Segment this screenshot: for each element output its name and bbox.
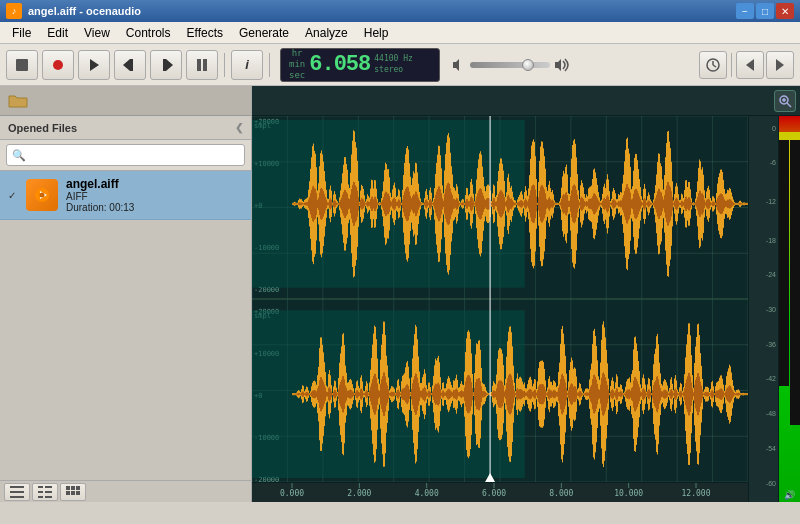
menu-file[interactable]: File bbox=[4, 24, 39, 42]
db-scale: 0 -6 -12 -18 -24 -30 -36 -42 -48 -54 -60 bbox=[748, 116, 778, 502]
svg-point-1 bbox=[53, 60, 63, 70]
bottom-tabs bbox=[0, 480, 251, 502]
svg-rect-32 bbox=[71, 491, 75, 495]
svg-marker-10 bbox=[555, 59, 561, 71]
file-icon bbox=[26, 179, 58, 211]
play-button[interactable] bbox=[78, 50, 110, 80]
min-label: min bbox=[289, 59, 305, 70]
sample-info: 44100 Hz stereo bbox=[374, 54, 413, 75]
opened-files-label: Opened Files bbox=[8, 122, 77, 134]
zoom-button[interactable] bbox=[774, 90, 796, 112]
sample-rate: 44100 Hz bbox=[374, 54, 413, 64]
menu-generate[interactable]: Generate bbox=[231, 24, 297, 42]
volume-control bbox=[452, 58, 572, 72]
info-button[interactable]: i bbox=[231, 50, 263, 80]
app-icon: ♪ bbox=[6, 3, 22, 19]
clock-area bbox=[699, 51, 794, 79]
waveform-canvas[interactable] bbox=[252, 116, 748, 482]
minimize-button[interactable]: − bbox=[736, 3, 754, 19]
close-button[interactable]: ✕ bbox=[776, 3, 794, 19]
file-checkmark: ✓ bbox=[8, 190, 18, 201]
sec-label: sec bbox=[289, 70, 305, 81]
volume-low-icon bbox=[452, 58, 466, 72]
waveform-container: 0 -6 -12 -18 -24 -30 -36 -42 -48 -54 -60 bbox=[252, 86, 800, 502]
svg-rect-26 bbox=[38, 496, 43, 498]
title-bar: ♪ angel.aiff - ocenaudio − □ ✕ bbox=[0, 0, 800, 22]
volume-bottom-icon: 🔊 bbox=[784, 490, 795, 500]
tab-list-view[interactable] bbox=[4, 483, 30, 501]
svg-point-18 bbox=[40, 193, 45, 198]
file-item[interactable]: ✓ angel.aiff AIFF Duration: 00:13 bbox=[0, 171, 251, 220]
menu-effects[interactable]: Effects bbox=[179, 24, 231, 42]
peak-red bbox=[779, 116, 800, 132]
svg-rect-23 bbox=[45, 486, 52, 488]
tab-grid-view[interactable] bbox=[60, 483, 86, 501]
svg-marker-5 bbox=[166, 59, 173, 71]
svg-rect-20 bbox=[10, 491, 24, 493]
pause-button[interactable] bbox=[186, 50, 218, 80]
meter-right-off bbox=[790, 140, 800, 425]
menu-bar: File Edit View Controls Effects Generate… bbox=[0, 22, 800, 44]
menu-edit[interactable]: Edit bbox=[39, 24, 76, 42]
hr-label: hr bbox=[292, 48, 303, 59]
svg-rect-27 bbox=[45, 496, 52, 498]
svg-rect-28 bbox=[66, 486, 70, 490]
svg-marker-3 bbox=[123, 59, 130, 71]
volume-knob[interactable] bbox=[522, 59, 534, 71]
svg-line-13 bbox=[713, 65, 716, 67]
svg-rect-31 bbox=[66, 491, 70, 495]
nav-right-button[interactable] bbox=[766, 51, 794, 79]
db-0: 0 bbox=[772, 124, 776, 131]
svg-marker-2 bbox=[90, 59, 99, 71]
separator-2 bbox=[269, 53, 270, 77]
file-type: AIFF bbox=[66, 191, 243, 202]
volume-slider[interactable] bbox=[470, 62, 550, 68]
sidebar-header: Opened Files ❮ bbox=[0, 116, 251, 140]
rewind-button[interactable] bbox=[114, 50, 146, 80]
file-duration: Duration: 00:13 bbox=[66, 202, 243, 213]
svg-marker-14 bbox=[746, 59, 754, 71]
window-title: angel.aiff - ocenaudio bbox=[28, 5, 141, 17]
volume-high-icon bbox=[554, 58, 572, 72]
search-input[interactable] bbox=[6, 144, 245, 166]
waveform-inner bbox=[252, 116, 748, 502]
sidebar: Opened Files ❮ 🔍 ✓ angel.aiff AIFF bbox=[0, 86, 252, 502]
db-60: -60 bbox=[766, 479, 776, 486]
menu-view[interactable]: View bbox=[76, 24, 118, 42]
level-meter: 🔊 bbox=[778, 116, 800, 502]
meter-left-off bbox=[779, 140, 789, 386]
svg-rect-0 bbox=[16, 59, 28, 71]
stop-button[interactable] bbox=[6, 50, 38, 80]
maximize-button[interactable]: □ bbox=[756, 3, 774, 19]
tab-detail-view[interactable] bbox=[32, 483, 58, 501]
record-button[interactable] bbox=[42, 50, 74, 80]
channels-area[interactable] bbox=[252, 116, 748, 482]
toolbar: i hr min sec 6.058 44100 Hz stereo bbox=[0, 44, 800, 86]
sidebar-toolbar bbox=[0, 86, 251, 116]
svg-rect-21 bbox=[10, 496, 24, 498]
svg-rect-30 bbox=[76, 486, 80, 490]
svg-rect-33 bbox=[76, 491, 80, 495]
clock-button[interactable] bbox=[699, 51, 727, 79]
svg-rect-22 bbox=[38, 486, 43, 488]
time-value: 6.058 bbox=[309, 52, 370, 77]
nav-left-button[interactable] bbox=[736, 51, 764, 79]
sep bbox=[731, 53, 732, 77]
time-display: hr min sec 6.058 44100 Hz stereo bbox=[280, 48, 440, 82]
collapse-icon: ❮ bbox=[235, 122, 243, 133]
svg-rect-8 bbox=[203, 59, 207, 71]
db-42: -42 bbox=[766, 375, 776, 382]
time-ruler bbox=[252, 482, 748, 502]
file-info: angel.aiff AIFF Duration: 00:13 bbox=[66, 177, 243, 213]
svg-rect-7 bbox=[197, 59, 201, 71]
channels: stereo bbox=[374, 65, 413, 75]
db-30: -30 bbox=[766, 306, 776, 313]
menu-help[interactable]: Help bbox=[356, 24, 397, 42]
menu-controls[interactable]: Controls bbox=[118, 24, 179, 42]
search-box: 🔍 bbox=[0, 140, 251, 171]
svg-rect-19 bbox=[10, 486, 24, 488]
menu-analyze[interactable]: Analyze bbox=[297, 24, 356, 42]
open-folder-button[interactable] bbox=[6, 90, 30, 112]
db-18: -18 bbox=[766, 236, 776, 243]
forward-button[interactable] bbox=[150, 50, 182, 80]
